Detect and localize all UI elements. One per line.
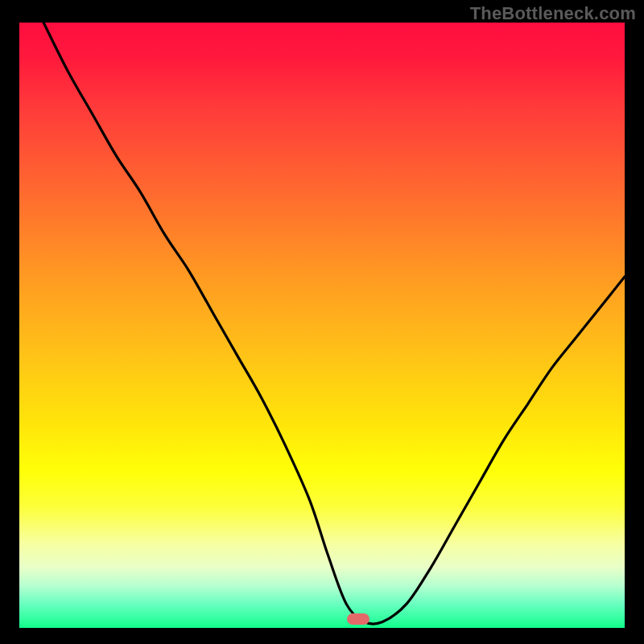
watermark-text: TheBottleneck.com bbox=[470, 3, 636, 24]
curve-layer bbox=[19, 23, 625, 628]
optimal-marker bbox=[347, 613, 369, 625]
plot-area bbox=[19, 23, 625, 628]
bottleneck-curve bbox=[43, 23, 625, 624]
chart-frame: TheBottleneck.com bbox=[0, 0, 644, 644]
